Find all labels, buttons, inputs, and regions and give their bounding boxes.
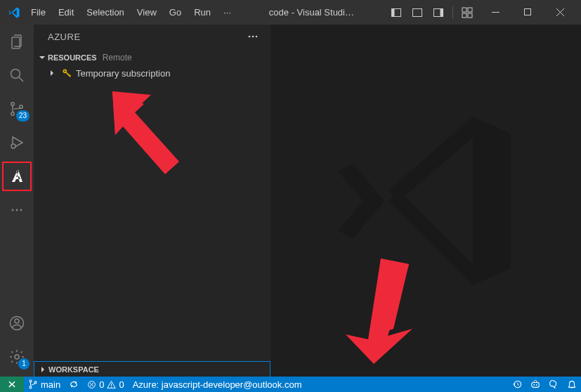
status-problems[interactable]: 0 0	[83, 377, 128, 392]
svg-point-32	[34, 381, 37, 384]
menu-bar: File Edit Selection View Go Run ···	[25, 4, 237, 20]
status-bell-icon[interactable]	[563, 379, 581, 389]
svg-rect-9	[524, 9, 530, 15]
svg-point-14	[11, 144, 15, 148]
svg-point-15	[12, 209, 14, 211]
activity-explorer[interactable]	[0, 25, 34, 58]
resources-label: RESOURCES	[48, 53, 97, 62]
activity-settings[interactable]: 1	[0, 340, 34, 374]
azure-side-panel: AZURE RESOURCES Remote Temporary subscri…	[34, 25, 271, 377]
svg-rect-1	[392, 8, 395, 16]
settings-badge: 1	[18, 358, 30, 370]
svg-rect-7	[462, 13, 466, 18]
branch-name: main	[41, 379, 60, 390]
activity-accounts[interactable]	[0, 306, 34, 340]
chevron-down-icon	[37, 53, 48, 62]
svg-rect-5	[462, 8, 466, 12]
menu-view[interactable]: View	[131, 4, 162, 20]
menu-overflow[interactable]: ···	[218, 4, 237, 20]
menu-file[interactable]: File	[25, 4, 51, 20]
toggle-panel-right-icon[interactable]	[429, 3, 448, 22]
activity-search[interactable]	[0, 58, 34, 92]
status-feedback-icon[interactable]	[544, 379, 563, 389]
svg-point-30	[30, 380, 32, 382]
activity-source-control[interactable]: 23	[0, 92, 34, 126]
toggle-panel-left-icon[interactable]	[386, 3, 406, 22]
status-history-icon[interactable]	[508, 379, 526, 389]
svg-point-20	[15, 355, 19, 359]
menu-edit[interactable]: Edit	[53, 4, 79, 20]
status-sync[interactable]	[65, 377, 83, 392]
svg-point-37	[533, 384, 535, 386]
svg-point-10	[11, 70, 20, 79]
activity-overflow[interactable]	[0, 193, 34, 227]
window-controls	[480, 0, 575, 25]
activity-azure[interactable]	[0, 159, 34, 193]
vscode-logo-icon	[7, 6, 21, 20]
azure-account-label: Azure: javascript-developer@outlook.com	[133, 379, 302, 390]
maximize-button[interactable]	[512, 0, 543, 25]
svg-point-12	[11, 112, 14, 115]
activity-run-debug[interactable]	[0, 126, 34, 159]
remote-indicator[interactable]	[0, 377, 24, 392]
svg-point-17	[20, 209, 22, 211]
subscription-item[interactable]: Temporary subscription	[34, 65, 270, 81]
status-branch[interactable]: main	[24, 377, 65, 392]
workspace-section-header[interactable]: WORKSPACE	[34, 361, 270, 377]
error-count: 0	[99, 379, 104, 390]
svg-point-34	[111, 386, 112, 387]
menu-go[interactable]: Go	[164, 4, 187, 20]
svg-point-19	[15, 319, 19, 323]
status-azure-account[interactable]: Azure: javascript-developer@outlook.com	[129, 377, 306, 392]
resources-header[interactable]: RESOURCES Remote	[34, 50, 270, 65]
status-bar: main 0 0 Azure: javascript-developer@out…	[0, 377, 581, 392]
chevron-right-icon	[46, 69, 58, 77]
close-button[interactable]	[544, 0, 575, 25]
editor-area	[271, 25, 581, 377]
menu-selection[interactable]: Selection	[81, 4, 129, 20]
workspace-label: WORKSPACE	[48, 365, 99, 374]
svg-point-21	[249, 36, 251, 38]
svg-point-38	[536, 384, 537, 386]
layout-controls	[386, 3, 477, 22]
svg-point-23	[256, 36, 258, 38]
panel-title: AZURE	[48, 32, 81, 42]
layout-separator	[452, 6, 453, 19]
chevron-right-icon	[37, 365, 48, 374]
key-icon	[61, 67, 72, 79]
resources-sublabel: Remote	[103, 53, 132, 63]
svg-point-11	[11, 103, 14, 105]
title-bar: File Edit Selection View Go Run ··· code…	[0, 0, 581, 25]
customize-layout-icon[interactable]	[457, 3, 477, 22]
toggle-panel-bottom-icon[interactable]	[407, 3, 427, 22]
svg-point-31	[30, 386, 32, 388]
svg-point-16	[16, 209, 18, 211]
minimize-button[interactable]	[480, 0, 511, 25]
warning-count: 0	[119, 379, 124, 390]
svg-point-22	[252, 36, 254, 38]
svg-point-25	[64, 70, 65, 72]
svg-rect-8	[468, 13, 472, 18]
svg-rect-4	[440, 8, 443, 16]
panel-more-actions-icon[interactable]	[247, 30, 259, 43]
vscode-watermark-icon	[321, 96, 532, 306]
window-title: code - Visual Studi…	[237, 7, 386, 18]
activity-bar: 23 1	[0, 25, 34, 377]
resources-section: RESOURCES Remote Temporary subscription	[34, 48, 270, 82]
svg-rect-2	[413, 8, 422, 16]
panel-header: AZURE	[34, 25, 270, 48]
menu-run[interactable]: Run	[188, 4, 216, 20]
svg-rect-36	[532, 382, 540, 387]
subscription-label: Temporary subscription	[76, 68, 170, 79]
svg-rect-6	[468, 8, 472, 12]
source-control-badge: 23	[16, 110, 30, 122]
status-copilot-icon[interactable]	[526, 379, 544, 389]
